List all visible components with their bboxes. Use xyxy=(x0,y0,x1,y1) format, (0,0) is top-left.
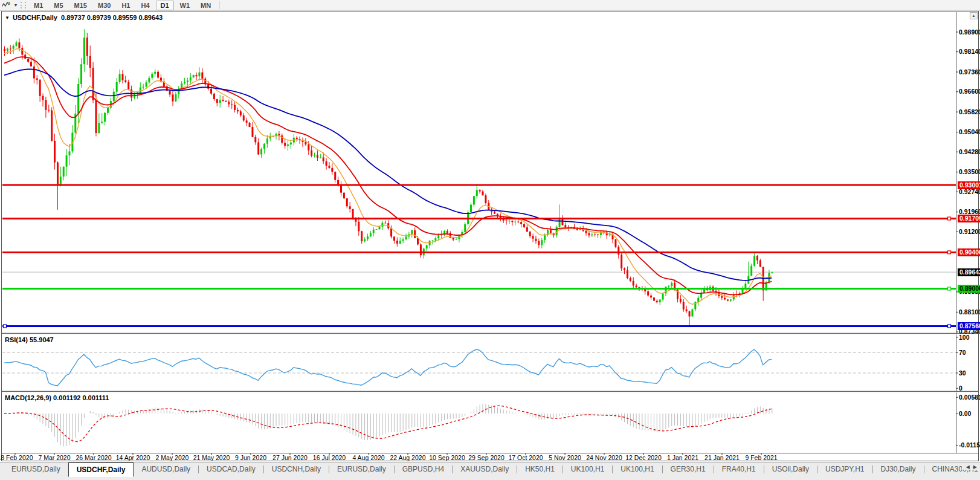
date-axis-label: 27 Jun 2020 xyxy=(272,454,308,461)
timeframe-button-M5[interactable]: M5 xyxy=(49,1,68,10)
price-axis-label: 0.98900 xyxy=(959,28,980,36)
price-line-label-0.90406: 0.90406 xyxy=(958,248,980,256)
date-axis-label: 10 Sep 2020 xyxy=(429,454,465,461)
tab-uk100-h1[interactable]: UK100,H1 xyxy=(613,463,662,476)
price-axis-label: 0.92740 xyxy=(959,188,980,196)
price-axis-label: 0.98140 xyxy=(959,48,980,56)
date-axis-label: 12 Dec 2020 xyxy=(625,454,662,461)
date-axis-label: 9 Feb 2021 xyxy=(745,454,777,461)
date-axis-label: 9 Jun 2020 xyxy=(235,454,266,461)
date-axis-label: 22 Aug 2020 xyxy=(390,454,426,461)
date-axis-label: 1 Jan 2021 xyxy=(667,454,698,461)
tab-ger30-h1[interactable]: GER30,H1 xyxy=(663,463,714,476)
price-axis-label: 0.94280 xyxy=(959,148,980,156)
tab-scroll-arrows: ◀▶ xyxy=(962,464,979,470)
scroll-up-button[interactable]: ▲ xyxy=(970,12,978,19)
tab-scroll-left-button[interactable]: ◀ xyxy=(966,464,970,470)
date-axis-label: 24 Nov 2020 xyxy=(586,454,622,461)
toolbar: ▼ M1M5M15M30H1H4D1W1MN xyxy=(0,0,980,11)
timeframe-button-M30[interactable]: M30 xyxy=(93,1,115,10)
date-axis-label: 17 Oct 2020 xyxy=(508,454,543,461)
timeframe-button-H1[interactable]: H1 xyxy=(117,1,135,10)
timeframe-button-M1[interactable]: M1 xyxy=(29,1,48,10)
chevron-down-icon[interactable]: ▼ xyxy=(12,3,19,7)
tab-usoil-daily[interactable]: USOil,Daily xyxy=(764,463,817,476)
price-line-label-0.89006: 0.89006 xyxy=(958,285,980,293)
timeframe-button-W1[interactable]: W1 xyxy=(175,1,195,10)
date-axis-label: 2 May 2020 xyxy=(156,454,189,461)
tab-gbpusd-h4[interactable]: GBPUSD,H4 xyxy=(395,463,452,476)
tab-dj30-daily[interactable]: DJ30,Daily xyxy=(873,463,924,476)
zigzag-indicator-icon[interactable] xyxy=(0,1,12,10)
rsi-axis-label: 70 xyxy=(959,349,966,357)
timeframe-button-group: M1M5M15M30H1H4D1W1MN xyxy=(28,1,216,10)
tab-uk100-h1[interactable]: UK100,H1 xyxy=(563,463,612,476)
macd-axis-label: 0.005818 xyxy=(959,394,980,401)
rsi-axis-label: 0 xyxy=(959,384,962,392)
price-axis-label: 0.93500 xyxy=(959,168,980,176)
tab-usdcnh-daily[interactable]: USDCNH,Daily xyxy=(264,463,329,476)
collapse-triangle-icon[interactable]: ▼ xyxy=(5,15,10,21)
date-axis-label: 29 Sep 2020 xyxy=(468,454,505,461)
date-axis-label: 4 Aug 2020 xyxy=(352,454,384,461)
rsi-axis-label: 100 xyxy=(959,334,970,342)
price-line-label-0.91709: 0.91709 xyxy=(958,215,980,222)
timeframe-button-MN[interactable]: MN xyxy=(196,1,216,10)
timeframe-button-M15[interactable]: M15 xyxy=(69,1,92,10)
symbol-tab-bar: EURUSD,DailyUSDCHF,DailyAUDUSD,DailyUSDC… xyxy=(0,462,980,480)
date-axis-label: 16 Jul 2020 xyxy=(313,454,346,461)
tab-xauusd-daily[interactable]: XAUUSD,Daily xyxy=(453,463,517,476)
macd-indicator-label: MACD(12,26,9) 0.001192 0.001111 xyxy=(5,394,109,401)
tab-eurusd-daily[interactable]: EURUSD,Daily xyxy=(4,463,68,476)
tab-hk50-h1[interactable]: HK50,H1 xyxy=(517,463,563,476)
chart-window xyxy=(1,11,979,461)
price-line-label-0.89643: 0.89643 xyxy=(958,268,980,276)
date-axis-label: 14 Apr 2020 xyxy=(116,454,150,461)
tab-usdjpy-h1[interactable]: USDJPY,H1 xyxy=(817,463,872,476)
date-axis-label: 5 Nov 2020 xyxy=(549,454,581,461)
macd-values: 0.001192 0.001111 xyxy=(53,394,109,401)
tab-audusd-daily[interactable]: AUDUSD,Daily xyxy=(134,463,198,476)
rsi-value: 55.9047 xyxy=(30,336,54,343)
macd-axis-label: -0.011514 xyxy=(959,441,980,449)
rsi-axis-label: 30 xyxy=(959,369,966,377)
tab-eurusd-daily[interactable]: EURUSD,Daily xyxy=(329,463,394,476)
rsi-indicator-label: RSI(14) 55.9047 xyxy=(5,336,54,343)
price-axis-label: 0.97360 xyxy=(959,68,980,76)
date-axis-label: 21 May 2020 xyxy=(193,454,230,461)
price-axis-label: 0.91200 xyxy=(959,228,980,236)
tab-usdchf-daily[interactable]: USDCHF,Daily xyxy=(68,462,134,477)
macd-axis-label: 0.00 xyxy=(959,410,971,418)
price-line-label-0.87560: 0.87560 xyxy=(958,322,980,330)
tab-scroll-right-button[interactable]: ▶ xyxy=(973,464,977,470)
date-axis-label: 18 Feb 2020 xyxy=(0,454,33,461)
tab-usdcad-daily[interactable]: USDCAD,Daily xyxy=(199,463,263,476)
price-line-label-0.93001: 0.93001 xyxy=(958,181,980,189)
date-axis-label: 21 Jan 2021 xyxy=(704,454,740,461)
toolbar-grip-handle[interactable] xyxy=(21,2,26,8)
date-axis-label: 26 Mar 2020 xyxy=(76,454,112,461)
toolbar-separator xyxy=(219,1,220,9)
tab-fra40-h1[interactable]: FRA40,H1 xyxy=(714,463,764,476)
timeframe-button-D1[interactable]: D1 xyxy=(156,1,174,10)
price-axis-label: 0.95820 xyxy=(959,108,980,116)
chart-title: ▼USDCHF,Daily 0.89737 0.89739 0.89559 0.… xyxy=(5,14,163,21)
timeframe-button-H4[interactable]: H4 xyxy=(136,1,154,10)
chart-symbol-label: USDCHF,Daily xyxy=(13,14,57,21)
app-window: ▼ M1M5M15M30H1H4D1W1MN ▼USDCHF,Daily 0.8… xyxy=(0,0,980,480)
price-axis-label: 0.95040 xyxy=(959,128,980,136)
chart-ohlc-values: 0.89737 0.89739 0.89559 0.89643 xyxy=(61,14,163,21)
price-axis-label: 0.96600 xyxy=(959,88,980,96)
price-axis-label: 0.88100 xyxy=(959,308,980,316)
date-axis-label: 7 Mar 2020 xyxy=(38,454,70,461)
